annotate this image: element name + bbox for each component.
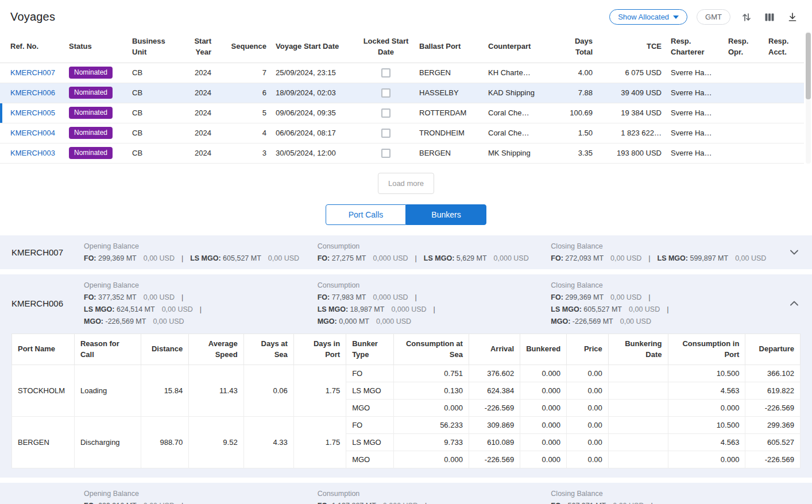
- port-fuel-row: BERGENDischarging988.709.524.331.75FO56.…: [12, 417, 801, 434]
- table-scrollbar[interactable]: [806, 32, 811, 164]
- resp-opr-cell: [724, 103, 764, 123]
- show-allocated-dropdown[interactable]: Show Allocated: [609, 9, 687, 25]
- status-badge: Nominated: [69, 147, 113, 160]
- fuel-balance-item: LS MGO: 605,527 MT0,00 USD: [190, 254, 299, 262]
- load-more-button[interactable]: Load more: [378, 173, 434, 194]
- locked-start-date-checkbox[interactable]: [381, 108, 390, 118]
- start-year-cell: 2024: [180, 143, 216, 163]
- bunker-type-cell: FO: [346, 417, 394, 434]
- bunker-section-header[interactable]: KMERCH005Opening BalanceFO: 629,916 MT0,…: [0, 483, 812, 504]
- fuel-balance-item: FO: 377,352 MT0,00 USD|: [84, 293, 190, 301]
- voyage-row[interactable]: KMERCH007NominatedCB2024725/09/2024, 23:…: [0, 63, 804, 83]
- download-icon[interactable]: [786, 10, 799, 24]
- voyage-ref-link[interactable]: KMERCH006: [10, 88, 55, 97]
- resp-opr-cell: [724, 123, 764, 143]
- status-cell: Nominated: [64, 123, 127, 143]
- tab-port-calls[interactable]: Port Calls: [326, 204, 406, 225]
- fuel-balance-item: FO: 272,093 MT0,00 USD|: [551, 254, 657, 262]
- arrival-cell: -226.569: [469, 400, 520, 417]
- voyages-col-header: Ref. No.: [0, 32, 64, 63]
- voyage-row[interactable]: KMERCH003NominatedCB2024330/05/2024, 12:…: [0, 143, 804, 163]
- resp-acct-cell: [764, 143, 804, 163]
- port-col-header: Port Name: [12, 334, 75, 365]
- voyage-row[interactable]: KMERCH005NominatedCB2024509/06/2024, 09:…: [0, 103, 804, 123]
- days-at-sea-cell: 4.33: [243, 417, 293, 468]
- tab-bunkers[interactable]: Bunkers: [406, 204, 486, 225]
- separator: |: [181, 293, 183, 301]
- bunker-type-cell: LS MGO: [346, 434, 394, 451]
- voyage-ref-link[interactable]: KMERCH007: [10, 68, 55, 77]
- ballast-port-cell: ROTTERDAM: [415, 103, 484, 123]
- port-col-header: Bunker Type: [346, 334, 394, 365]
- status-badge: Nominated: [69, 127, 113, 139]
- balance-line: FO: 299,369 MT0,00 USD|LS MGO: 605,527 M…: [84, 254, 301, 262]
- voyages-col-header: Resp. Acct.: [764, 32, 804, 63]
- columns-icon[interactable]: [763, 10, 776, 24]
- locked-start-date-checkbox[interactable]: [381, 88, 390, 98]
- locked-start-date-checkbox[interactable]: [381, 129, 390, 138]
- bunkering-date-cell: [608, 434, 668, 451]
- balance-title: Consumption: [318, 490, 535, 498]
- closing-balance: Closing BalanceFO: -507,971 MT0,00 USD|L…: [551, 490, 776, 504]
- usd-value: 0,000 USD: [383, 502, 418, 504]
- start-year-cell: 2024: [180, 63, 216, 83]
- counterpart-cell: Coral Che…: [484, 103, 559, 123]
- show-allocated-label: Show Allocated: [618, 13, 669, 21]
- voyage-ref-link[interactable]: KMERCH003: [10, 149, 55, 157]
- bunker-type-cell: MGO: [346, 400, 394, 417]
- voyage-row[interactable]: KMERCH004NominatedCB2024406/06/2024, 08:…: [0, 123, 804, 143]
- chevron-up-icon[interactable]: [784, 295, 804, 311]
- fuel-balance-item: MGO: -226,569 MT0,00 USD: [84, 317, 184, 325]
- header-actions: Show Allocated GMT: [609, 9, 799, 25]
- port-name-cell: BERGEN: [12, 417, 75, 468]
- sort-icon[interactable]: [740, 10, 753, 24]
- consumption-balance: ConsumptionFO: 77,983 MT0,000 USD|LS MGO…: [318, 281, 543, 325]
- counterpart-cell: Coral Che…: [484, 123, 559, 143]
- sequence-cell: 5: [216, 103, 271, 123]
- price-cell: 0.00: [567, 451, 609, 468]
- fuel-balance-item: FO: 1 137,887 MT0,000 USD|: [318, 502, 434, 504]
- timezone-button[interactable]: GMT: [697, 9, 730, 25]
- departure-cell: 366.102: [745, 365, 801, 382]
- voyage-row[interactable]: KMERCH006NominatedCB2024618/09/2024, 02:…: [0, 83, 804, 103]
- departure-cell: 605.527: [745, 434, 801, 451]
- balance-title: Consumption: [318, 281, 535, 289]
- port-col-header: Arrival: [469, 334, 520, 365]
- tce-cell: 39 409 USD: [597, 83, 666, 103]
- separator: |: [651, 502, 652, 504]
- scrollbar-thumb[interactable]: [806, 33, 811, 99]
- status-badge: Nominated: [69, 87, 113, 99]
- counterpart-cell: KAD Shipping: [484, 83, 559, 103]
- port-table-header-row: Port NameReason for CallDistanceAverage …: [12, 334, 801, 365]
- balance-title: Closing Balance: [551, 490, 768, 498]
- port-col-header: Bunkered: [520, 334, 567, 365]
- voyages-col-header: Counterpart: [484, 32, 559, 63]
- fuel-balance-item: LS MGO: 599,897 MT0,00 USD: [658, 254, 767, 262]
- start-year-cell: 2024: [180, 123, 216, 143]
- bunker-section-header[interactable]: KMERCH006Opening BalanceFO: 377,352 MT0,…: [0, 274, 812, 332]
- bunkering-date-cell: [608, 365, 668, 382]
- separator: |: [648, 293, 650, 301]
- chevron-down-icon[interactable]: [784, 244, 804, 260]
- consumption-in-port-cell: 0.000: [668, 400, 745, 417]
- voyage-ref-link[interactable]: KMERCH005: [10, 108, 55, 117]
- closing-balance: Closing BalanceFO: 272,093 MT0,00 USD|LS…: [551, 242, 776, 262]
- locked-start-date-cell: [357, 63, 415, 83]
- voyage-ref-link[interactable]: KMERCH004: [10, 129, 55, 137]
- port-fuel-row: STOCKHOLMLoading15.8411.430.061.75FO0.75…: [12, 365, 801, 382]
- status-badge: Nominated: [69, 67, 113, 79]
- sequence-cell: 6: [216, 83, 271, 103]
- bunkered-cell: 0.000: [520, 451, 567, 468]
- port-col-header: Price: [567, 334, 609, 365]
- locked-start-date-checkbox[interactable]: [381, 149, 390, 158]
- days-total-cell: 100.69: [559, 103, 597, 123]
- locked-start-date-checkbox[interactable]: [381, 68, 390, 77]
- opening-balance: Opening BalanceFO: 377,352 MT0,00 USD|LS…: [84, 281, 310, 325]
- usd-value: 0,00 USD: [268, 254, 299, 262]
- bunker-section-header[interactable]: KMERCH007Opening BalanceFO: 299,369 MT0,…: [0, 235, 812, 269]
- usd-value: 0,00 USD: [735, 254, 766, 262]
- reason-for-call-cell: Discharging: [74, 417, 141, 468]
- port-col-header: Consumption at Sea: [394, 334, 469, 365]
- consumption-at-sea-cell: 0.130: [394, 382, 469, 400]
- days-total-cell: 1.50: [559, 123, 597, 143]
